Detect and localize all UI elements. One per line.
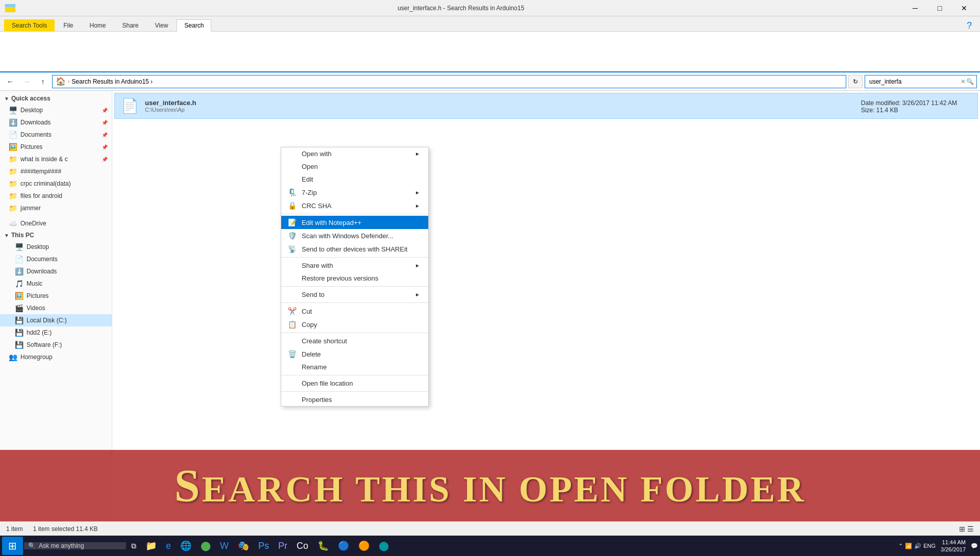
- taskbar-ie[interactable]: 🌐: [176, 537, 195, 555]
- forward-button[interactable]: →: [19, 74, 34, 89]
- task-view-button[interactable]: ⧉: [127, 537, 140, 555]
- sidebar-item-documents[interactable]: 📄 Documents 📌: [0, 129, 112, 141]
- sidebar-item-label: ####temp####: [20, 168, 61, 175]
- tab-file[interactable]: File: [56, 19, 81, 31]
- ctx-edit[interactable]: Edit: [281, 173, 428, 186]
- pictures-icon-2: 🖼️: [14, 292, 23, 300]
- notification-icon[interactable]: 💬: [971, 543, 978, 549]
- sidebar-item-hdd2[interactable]: 💾 hdd2 (E:): [0, 326, 112, 339]
- sidebar-item-videos[interactable]: 🎬 Videos: [0, 302, 112, 314]
- sidebar-item-onedrive[interactable]: ☁️ OneDrive: [0, 217, 112, 230]
- back-button[interactable]: ←: [3, 74, 17, 89]
- taskbar-arduino[interactable]: ⬤: [375, 537, 393, 555]
- search-box-container: 🔍 ✕: [865, 75, 977, 88]
- file-info: user_interface.h C:\Users\rex\Ap: [145, 99, 196, 113]
- taskbar-app5[interactable]: 🟠: [354, 537, 374, 555]
- sidebar-item-music[interactable]: 🎵 Music: [0, 277, 112, 290]
- app-icon: [4, 2, 16, 14]
- this-pc-header[interactable]: ▼ This PC: [0, 230, 112, 241]
- sidebar-item-crpc[interactable]: 📁 crpc criminal(data): [0, 178, 112, 190]
- ctx-7zip[interactable]: 🗜️ 7-Zip ►: [281, 186, 428, 199]
- sidebar-item-downloads2[interactable]: ⬇️ Downloads: [0, 265, 112, 277]
- 7zip-icon: 🗜️: [287, 188, 297, 196]
- ctx-scan-defender[interactable]: 🛡️ Scan with Windows Defender...: [281, 229, 428, 242]
- file-item[interactable]: 📄 user_interface.h C:\Users\rex\Ap Date …: [114, 93, 978, 119]
- close-button[interactable]: ✕: [952, 0, 976, 16]
- sidebar-item-temp[interactable]: 📁 ####temp####: [0, 165, 112, 178]
- date-modified: Date modified: 3/26/2017 11:42 AM: [861, 99, 957, 107]
- taskbar-search[interactable]: 🔍 Ask me anything: [24, 542, 126, 549]
- tab-home[interactable]: Home: [82, 19, 114, 31]
- sidebar-item-documents2[interactable]: 📄 Documents: [0, 253, 112, 265]
- banner-rest: EARCH THIS IN OPEN FOLDER: [202, 469, 806, 510]
- time-display: 11:44 AM: [941, 539, 966, 546]
- start-button[interactable]: ⊞: [2, 537, 23, 555]
- taskbar-chrome[interactable]: ⬤: [197, 537, 215, 555]
- ribbon-tabs: Search Tools File Home Share View Search…: [0, 16, 980, 32]
- ctx-cut[interactable]: ✂️ Cut: [281, 305, 428, 318]
- search-icon: 🔍: [966, 78, 974, 85]
- sidebar-item-pictures2[interactable]: 🖼️ Pictures: [0, 290, 112, 302]
- ctx-share-with[interactable]: Share with ►: [281, 259, 428, 272]
- view-large-icon[interactable]: ⊞: [959, 525, 965, 533]
- ctx-copy[interactable]: 📋 Copy: [281, 318, 428, 331]
- sidebar-item-whatinside[interactable]: 📁 what is inside & c 📌: [0, 153, 112, 165]
- separator-2: [281, 257, 428, 258]
- ctx-open-file-location[interactable]: Open file location: [281, 377, 428, 390]
- sidebar-item-software[interactable]: 💾 Software (F:): [0, 339, 112, 351]
- defender-icon: 🛡️: [287, 232, 297, 240]
- ctx-delete[interactable]: 🗑️ Delete: [281, 347, 428, 361]
- software-icon: 💾: [14, 341, 23, 349]
- view-detail-icon[interactable]: ☰: [967, 525, 974, 533]
- ctx-create-shortcut[interactable]: Create shortcut: [281, 335, 428, 347]
- share-arrow: ►: [415, 263, 420, 268]
- ctx-send-to[interactable]: Send to ►: [281, 288, 428, 301]
- taskbar-search-label: Ask me anything: [39, 542, 84, 549]
- sidebar-item-downloads[interactable]: ⬇️ Downloads 📌: [0, 116, 112, 129]
- maximize-button[interactable]: □: [928, 0, 951, 16]
- sidebar-item-desktop2[interactable]: 🖥️ Desktop: [0, 241, 112, 253]
- sidebar-item-label: what is inside & c: [20, 156, 68, 163]
- help-button[interactable]: ?: [963, 20, 976, 31]
- breadcrumb-path[interactable]: Search Results in Arduino15 ›: [71, 78, 153, 85]
- search-clear-icon[interactable]: ✕: [961, 78, 966, 85]
- ctx-properties[interactable]: Properties: [281, 393, 428, 406]
- sidebar-item-localdisk[interactable]: 💾 Local Disk (C:): [0, 314, 112, 326]
- ctx-open-with[interactable]: Open with ►: [281, 147, 428, 160]
- ctx-rename[interactable]: Rename: [281, 361, 428, 373]
- taskbar-word[interactable]: W: [216, 537, 233, 555]
- taskbar-edge[interactable]: e: [162, 537, 175, 555]
- folder-icon: 📁: [8, 155, 17, 163]
- sidebar-item-jammer[interactable]: 📁 jammer: [0, 202, 112, 214]
- taskbar-app1[interactable]: 🎭: [234, 537, 253, 555]
- taskbar-time: 11:44 AM 3/26/2017: [938, 539, 969, 553]
- quick-access-header[interactable]: ▼ Quick access: [0, 93, 112, 104]
- sidebar-item-pictures[interactable]: 🖼️ Pictures 📌: [0, 141, 112, 153]
- sidebar-item-label: hdd2 (E:): [27, 329, 52, 336]
- sidebar-item-desktop[interactable]: 🖥️ Desktop 📌: [0, 104, 112, 116]
- up-button[interactable]: ↑: [36, 74, 50, 89]
- tab-search-tools[interactable]: Search Tools: [4, 19, 55, 31]
- sidebar-item-android[interactable]: 📁 files for android: [0, 190, 112, 202]
- file-name: user_interface.h: [145, 99, 196, 107]
- tab-share[interactable]: Share: [115, 19, 146, 31]
- taskbar-app4[interactable]: 🔵: [334, 537, 353, 555]
- breadcrumb-home: 🏠: [56, 77, 66, 86]
- taskbar-premiere[interactable]: Pr: [274, 537, 291, 555]
- ctx-crcsha[interactable]: 🔒 CRC SHA ►: [281, 199, 428, 212]
- ctx-edit-notepad[interactable]: 📝 Edit with Notepad++: [281, 216, 428, 229]
- refresh-button[interactable]: ↻: [848, 75, 863, 88]
- ctx-open[interactable]: Open: [281, 160, 428, 173]
- ctx-shareit[interactable]: 📡 Send to other devices with SHAREit: [281, 242, 428, 256]
- taskbar-chevron[interactable]: ⌃: [898, 543, 903, 549]
- taskbar-file-explorer[interactable]: 📁: [141, 537, 161, 555]
- tab-view[interactable]: View: [148, 19, 176, 31]
- minimize-button[interactable]: ─: [903, 0, 927, 16]
- taskbar-photoshop[interactable]: Ps: [254, 537, 273, 555]
- tab-search[interactable]: Search: [177, 19, 211, 32]
- taskbar-app2[interactable]: Co: [292, 537, 312, 555]
- sidebar-item-homegroup[interactable]: 👥 Homegroup: [0, 351, 112, 363]
- ctx-restore[interactable]: Restore previous versions: [281, 272, 428, 285]
- taskbar-app3[interactable]: 🐛: [313, 537, 333, 555]
- search-input[interactable]: [865, 75, 977, 88]
